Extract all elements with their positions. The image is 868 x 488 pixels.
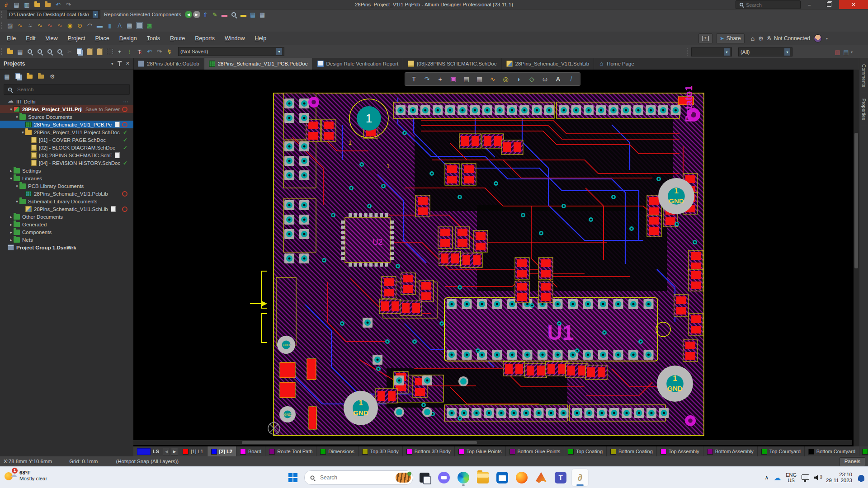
pcb-component[interactable] <box>501 140 523 155</box>
tree-open-icon[interactable]: ▾ <box>14 184 19 188</box>
pcb-component[interactable] <box>674 295 689 316</box>
menu-help[interactable]: Help <box>250 32 272 45</box>
string-icon[interactable]: A <box>115 21 124 30</box>
paste-icon[interactable] <box>85 47 94 56</box>
horizontal-scrollbar[interactable] <box>133 440 852 445</box>
tree-item[interactable]: ▾28Pins_Project_V1I1 Project.SchDoc✓ <box>0 128 133 136</box>
pcb-component[interactable] <box>515 281 529 303</box>
export-icon[interactable]: ⇑ <box>201 10 210 19</box>
app-search-box[interactable] <box>736 0 801 9</box>
board-filter-icon[interactable]: T <box>408 74 420 84</box>
tree-item[interactable]: [01] - COVER PAGE.SchDoc✓ <box>0 136 133 144</box>
pcb-component[interactable] <box>455 227 470 249</box>
layer-tab-13[interactable]: Bottom Assembly <box>703 446 758 456</box>
pcb-component[interactable] <box>401 273 415 295</box>
panel-search-box[interactable] <box>4 84 130 95</box>
altium-logo[interactable]: ∂ <box>2 0 10 9</box>
route-tool-icon[interactable]: ∿ <box>486 74 499 84</box>
save-all-icon[interactable]: ▥ <box>23 0 31 9</box>
tree-item[interactable]: ▾28Pins_Project_V1I1.PrjPcbSave to Serve… <box>0 105 133 113</box>
taskbar-app-chat[interactable] <box>436 469 452 486</box>
layer-tab-14[interactable]: Top Courtyard <box>758 446 805 456</box>
chevron-down-icon[interactable]: ▾ <box>784 48 790 56</box>
home-icon[interactable]: ⌂ <box>751 35 755 42</box>
chevron-down-icon[interactable]: ▾ <box>851 50 853 54</box>
hatch-icon[interactable]: ▨ <box>6 21 14 30</box>
pcb-component[interactable] <box>439 251 461 266</box>
paste-array-icon[interactable] <box>95 47 104 56</box>
polygon-icon[interactable]: ◇ <box>526 74 538 84</box>
panels-button[interactable]: Panels <box>840 457 865 466</box>
redo-icon[interactable]: ↷ <box>64 0 73 9</box>
grid-manager-icon[interactable]: ▦ <box>473 74 486 84</box>
minimize-button[interactable]: – <box>799 0 819 9</box>
open-folder-icon[interactable] <box>33 0 42 9</box>
document-tab-4[interactable]: [03]-28PINS SCHEMATIC.SchDoc <box>403 58 501 70</box>
variant-combo[interactable]: ▾ <box>691 47 732 56</box>
toolbar-drag-handle[interactable] <box>1 48 4 55</box>
favorites-icon[interactable]: ▥ <box>833 48 842 56</box>
volume-icon[interactable] <box>814 475 821 481</box>
tree-closed-icon[interactable]: ▸ <box>9 169 14 173</box>
tree-item[interactable]: ▾Source Documents <box>0 113 133 121</box>
avatar[interactable] <box>814 34 822 42</box>
layer-tab-12[interactable]: Top Assembly <box>657 446 703 456</box>
chevron-down-icon[interactable]: ▾ <box>826 37 828 41</box>
pcb-component[interactable] <box>689 269 703 291</box>
align-icon[interactable]: ⋮ <box>125 47 134 56</box>
menu-edit[interactable]: Edit <box>21 32 41 45</box>
pcb-editor-canvas[interactable]: U1U21GND1GND1GNDGNDGND1Potato111 T↷+▣▤▦∿… <box>133 70 859 446</box>
layer-tab-2[interactable]: [2] L2 <box>208 446 236 456</box>
taskbar-search-box[interactable] <box>304 470 413 485</box>
highlight-icon[interactable]: ▬ <box>239 10 248 19</box>
scope-filter-combo[interactable]: (All) ▾ <box>738 47 793 56</box>
toolbar-drag-handle[interactable] <box>1 22 4 29</box>
tree-closed-icon[interactable]: ▸ <box>9 230 14 235</box>
connection-status[interactable]: ✎ Not Connected <box>767 35 810 42</box>
eraser-icon[interactable]: ▬ <box>220 10 229 19</box>
toolbar-drag-handle[interactable] <box>1 11 4 18</box>
layer-tab-8[interactable]: Top Glue Points <box>455 446 506 456</box>
horizontal-scrollbar-thumb[interactable] <box>242 441 477 444</box>
tree-closed-icon[interactable]: ▸ <box>9 238 14 242</box>
pad-icon[interactable]: ◉ <box>66 21 74 30</box>
tree-item[interactable]: [03]-28PINS SCHEMATIC.SchDoc <box>0 151 133 159</box>
tree-item[interactable]: ▸Nets <box>0 236 133 244</box>
pcb-component[interactable] <box>585 365 607 380</box>
pcb-component[interactable] <box>419 280 434 302</box>
undo-icon[interactable]: ↶ <box>145 47 154 56</box>
chevron-down-icon[interactable]: ▾ <box>93 11 98 18</box>
copy-icon[interactable] <box>14 72 23 81</box>
menu-window[interactable]: Window <box>220 32 250 45</box>
comment-button[interactable]: + <box>698 33 712 43</box>
tree-item[interactable]: [02] - BLOCK DIAGRAM.SchDoc✓ <box>0 144 133 151</box>
find-similar-icon[interactable] <box>230 10 238 19</box>
pcb-component[interactable] <box>503 361 525 376</box>
notifications-bell-icon[interactable] <box>858 475 864 481</box>
pcb-component[interactable] <box>515 258 529 279</box>
toolbar-drag-handle[interactable] <box>687 48 689 56</box>
share-button[interactable]: ➤ Share <box>716 33 745 43</box>
tree-item[interactable]: ▾PCB Library Documents <box>0 182 133 190</box>
select-area-icon[interactable] <box>105 47 114 56</box>
overflow-layer-swatch[interactable] <box>862 449 868 455</box>
app-search-input[interactable] <box>745 2 792 8</box>
pcb-component[interactable] <box>445 164 459 185</box>
pcb-component[interactable] <box>415 195 430 217</box>
tree-item[interactable]: ▸Generated <box>0 221 133 228</box>
pcb-component[interactable] <box>462 164 476 185</box>
tree-item[interactable]: ▾Schematic Library Documents <box>0 197 133 205</box>
layers-icon[interactable]: ▤ <box>249 10 257 19</box>
new-folder-icon[interactable] <box>25 72 34 81</box>
via-tool-icon[interactable]: ◎ <box>500 74 512 84</box>
line-tool-icon[interactable]: / <box>565 74 577 84</box>
text-frame-icon[interactable]: ▤ <box>125 21 134 30</box>
pcb-component[interactable] <box>461 253 482 267</box>
project-path-combo[interactable]: D:\Transfer To Desktop\Local Disk\ ▾ <box>7 10 100 19</box>
panelize-icon[interactable]: ▤ <box>460 74 472 84</box>
layer-tab-9[interactable]: Bottom Glue Points <box>506 446 565 456</box>
tree-open-icon[interactable]: ▾ <box>14 199 19 204</box>
document-tab-3[interactable]: Design Rule Verification Report <box>313 58 404 70</box>
layer-tab-6[interactable]: Top 3D Body <box>359 446 403 456</box>
layer-tab-1[interactable]: [1] L1 <box>179 446 208 456</box>
